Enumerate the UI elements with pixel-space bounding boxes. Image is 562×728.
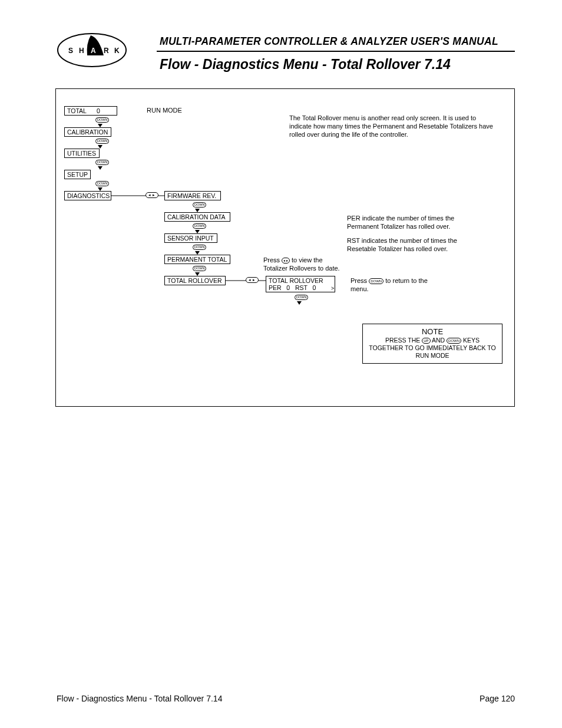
menu-sensor-input: SENSOR INPUT — [164, 233, 217, 243]
menu-diagnostics: DIAGNOSTICS — [64, 191, 111, 200]
down-icon: DOWN — [95, 117, 109, 123]
gt-icon: > — [331, 285, 334, 291]
footer-right: Page 120 — [480, 694, 515, 703]
press-view-text: Press ◂ ▸ to view the Totalizer Rollover… — [263, 256, 346, 272]
left-right-icon — [146, 192, 158, 198]
intro-text: The Total Rollover menu is another read … — [289, 114, 495, 139]
note-box: NOTE PRESS THE UP AND DOWN KEYS TOGETHER… — [362, 324, 503, 364]
down-icon: DOWN — [193, 245, 206, 250]
svg-text:S: S — [68, 47, 73, 55]
menu-total-rollover: TOTAL ROLLOVER — [164, 276, 226, 285]
down-icon: DOWN — [447, 338, 461, 344]
svg-text:H: H — [79, 47, 84, 55]
note-title: NOTE — [368, 328, 497, 335]
diagram-frame: TOTAL 0 RUN MODE DOWN CALIBRATION DOWN U… — [55, 88, 515, 407]
section-title: Flow - Diagnostics Menu - Total Rollover… — [160, 57, 451, 73]
svg-text:A: A — [91, 47, 96, 55]
left-right-icon — [246, 277, 259, 283]
page-header: S H A R K MULTI-PARAMETER CONTROLLER & A… — [57, 34, 515, 81]
menu-utilities: UTILITIES — [64, 149, 100, 158]
display-line1: TOTAL ROLLOVER — [269, 277, 332, 284]
menu-total-label: TOTAL — [67, 107, 86, 114]
menu-total: TOTAL 0 — [64, 106, 117, 116]
svg-text:R: R — [104, 47, 109, 55]
page-footer: Flow - Diagnostics Menu - Total Rollover… — [57, 694, 515, 703]
per-value: 0 — [286, 284, 290, 291]
down-icon: DOWN — [95, 160, 109, 165]
display-line2: PER 0 RST 0 — [269, 284, 332, 291]
menu-permanent-total: PERMANENT TOTAL — [164, 255, 230, 264]
arrow-down-icon — [98, 166, 103, 170]
header-rule — [157, 51, 515, 52]
down-icon: DOWN — [193, 266, 206, 271]
menu-firmware-rev: FIRMWARE REV. — [164, 191, 221, 200]
note-line3: RUN MODE — [368, 352, 497, 360]
svg-text:K: K — [114, 47, 120, 55]
down-icon: DOWN — [95, 181, 109, 186]
run-mode-label: RUN MODE — [147, 107, 182, 114]
note-line1: PRESS THE UP AND DOWN KEYS — [368, 337, 497, 344]
up-icon: UP — [422, 338, 430, 344]
footer-left: Flow - Diagnostics Menu - Total Rollover… — [57, 694, 222, 703]
display-total-rollover: TOTAL ROLLOVER PER 0 RST 0 — [266, 276, 335, 292]
press-view-pre: Press — [263, 256, 280, 263]
down-icon: DOWN — [95, 139, 109, 144]
rst-description: RST indicates the number of times the Re… — [347, 236, 482, 253]
shark-logo: S H A R K — [57, 32, 127, 68]
left-right-icon: ◂ ▸ — [282, 258, 290, 263]
menu-total-value: 0 — [97, 107, 100, 114]
rst-value: 0 — [313, 284, 316, 291]
menu-calibration-data: CALIBRATION DATA — [164, 212, 230, 222]
down-icon: DOWN — [193, 202, 206, 207]
down-icon: DOWN — [369, 278, 384, 284]
menu-setup: SETUP — [64, 170, 91, 179]
press-return-text: Press DOWN to return to the menu. — [351, 276, 445, 293]
down-icon: DOWN — [193, 223, 206, 229]
note-line2: TOGETHER TO GO IMMEDIATELY BACK TO — [368, 344, 497, 352]
manual-title: MULTI-PARAMETER CONTROLLER & ANALYZER US… — [160, 35, 498, 48]
per-description: PER indicate the number of times the Per… — [347, 214, 482, 230]
rst-label: RST — [295, 284, 308, 291]
menu-calibration: CALIBRATION — [64, 127, 111, 137]
arrow-down-icon — [297, 301, 302, 305]
per-label: PER — [269, 284, 282, 291]
down-icon: DOWN — [295, 295, 308, 300]
press-return-pre: Press — [351, 277, 367, 284]
